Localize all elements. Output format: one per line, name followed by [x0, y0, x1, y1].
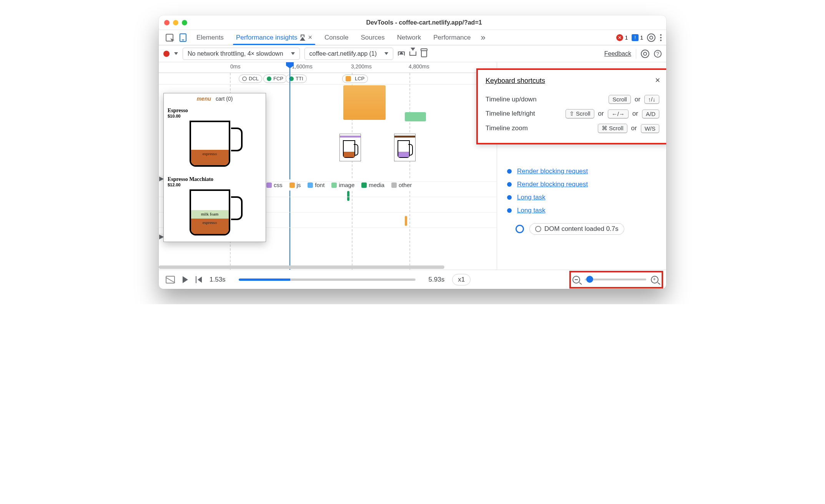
insights-sidebar: Keyboard shortcuts × Timeline up/down Sc…	[497, 62, 666, 270]
close-window-button[interactable]	[164, 20, 170, 25]
filmstrip-thumb[interactable]	[394, 134, 416, 161]
tab-performance-insights[interactable]: Performance insights ×	[230, 30, 318, 45]
throttling-select[interactable]: No network throttling, 4× slowdown	[183, 48, 300, 60]
devtools-tabbar: Elements Performance insights × Console …	[159, 30, 666, 45]
shortcut-row: Timeline zoom ⌘ Scrollor W/S	[486, 124, 659, 133]
record-button[interactable]	[163, 51, 170, 57]
shortcut-row: Timeline up/down Scroll or ↑/↓	[486, 95, 659, 104]
tab-sources[interactable]: Sources	[354, 30, 391, 45]
playback-bar: 1.53s 5.93s x1	[159, 270, 666, 289]
timeline-panel[interactable]: 0ms 1,600ms 3,200ms 4,800ms DCL FCP TTI …	[159, 62, 497, 270]
marker-lcp[interactable]: LCP	[342, 75, 368, 83]
experiment-icon	[300, 35, 305, 41]
window-title: DevTools - coffee-cart.netlify.app/?ad=1	[187, 19, 661, 26]
time-ruler: 0ms 1,600ms 3,200ms 4,800ms	[159, 62, 497, 73]
insight-chip[interactable]: DOM content loaded 0.7s	[529, 223, 624, 235]
marker-bar: DCL FCP TTI LCP	[159, 73, 497, 85]
rewind-button[interactable]	[196, 276, 202, 283]
current-insight-marker	[516, 225, 524, 233]
zoom-window-button[interactable]	[182, 20, 187, 25]
screenshot-preview: menucart (0) Espresso $10.00 espresso Es…	[163, 93, 266, 242]
inspect-element-icon[interactable]	[166, 34, 173, 41]
play-button[interactable]	[183, 276, 188, 283]
timeline-block[interactable]	[405, 112, 426, 121]
titlebar: DevTools - coffee-cart.netlify.app/?ad=1	[159, 15, 666, 30]
insights-toolbar: No network throttling, 4× slowdown coffe…	[159, 45, 666, 62]
timeline-block[interactable]	[343, 85, 386, 120]
record-options-dropdown[interactable]	[174, 52, 178, 55]
export-icon[interactable]	[398, 51, 405, 56]
issues-badge[interactable]: !1	[632, 34, 643, 41]
insight-link[interactable]: Long task	[517, 207, 546, 214]
zoom-slider[interactable]	[585, 279, 646, 280]
insight-link[interactable]: Long task	[517, 194, 546, 201]
zoom-out-icon[interactable]	[572, 276, 580, 284]
feedback-link[interactable]: Feedback	[604, 50, 631, 57]
insight-link[interactable]: Render blocking request	[517, 181, 588, 188]
import-icon[interactable]	[409, 51, 416, 56]
errors-badge[interactable]: ✕1	[616, 34, 628, 41]
screenshots-toggle[interactable]	[166, 276, 175, 284]
zoom-in-icon[interactable]	[651, 276, 659, 284]
timeline-scrollbar[interactable]	[159, 264, 495, 270]
tab-performance[interactable]: Performance	[427, 30, 477, 45]
marker-fcp[interactable]: FCP	[263, 75, 287, 83]
shortcut-row: Timeline left/right ⇧ Scrollor ←/→or A/D	[486, 109, 659, 118]
more-tabs-button[interactable]: »	[477, 30, 489, 45]
end-time: 5.93s	[429, 276, 445, 284]
minimize-window-button[interactable]	[173, 20, 178, 25]
panel-settings-icon[interactable]	[641, 50, 649, 58]
keyboard-shortcuts-popup: Keyboard shortcuts × Timeline up/down Sc…	[476, 68, 666, 144]
tab-close-button[interactable]: ×	[308, 33, 313, 41]
menu-icon[interactable]	[659, 33, 662, 42]
speed-selector[interactable]: x1	[452, 274, 471, 285]
tab-elements[interactable]: Elements	[190, 30, 230, 45]
marker-dcl[interactable]: DCL	[239, 75, 262, 83]
tab-label: Performance insights	[236, 34, 298, 41]
popup-title: Keyboard shortcuts	[486, 77, 659, 85]
marker-tti[interactable]: TTI	[286, 75, 307, 83]
close-icon[interactable]: ×	[655, 75, 660, 85]
device-toolbar-icon[interactable]	[180, 33, 186, 42]
filmstrip-thumb[interactable]	[339, 134, 361, 161]
current-time: 1.53s	[210, 276, 226, 284]
tab-console[interactable]: Console	[318, 30, 354, 45]
tab-network[interactable]: Network	[391, 30, 427, 45]
playhead-slider[interactable]	[239, 279, 416, 281]
settings-icon[interactable]	[647, 33, 655, 42]
zoom-controls	[569, 271, 663, 288]
help-icon[interactable]: ?	[654, 50, 662, 58]
delete-icon[interactable]	[421, 50, 427, 57]
recording-select[interactable]: coffee-cart.netlify.app (1)	[304, 48, 394, 60]
insight-link[interactable]: Render blocking request	[517, 167, 588, 175]
